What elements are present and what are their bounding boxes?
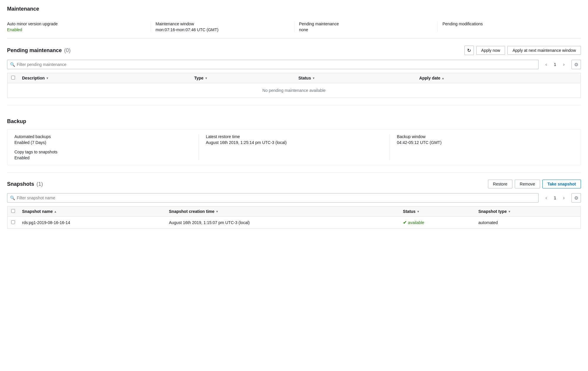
snapshot-name-label: Snapshot name (22, 209, 53, 214)
type-col-label: Type (194, 76, 204, 80)
snapshot-type-sort[interactable]: Snapshot type ▼ (478, 209, 511, 214)
snapshot-type-sort-icon: ▼ (508, 210, 511, 213)
snapshot-col-creation-time[interactable]: Snapshot creation time ▼ (165, 207, 399, 217)
restore-button[interactable]: Restore (488, 180, 512, 188)
apply-date-col-label: Apply date (419, 76, 440, 80)
snapshot-status-sort[interactable]: Status ▼ (403, 209, 420, 214)
snapshots-actions: Restore Remove Take snapshot (488, 180, 581, 188)
pending-modifications-label: Pending modifications (442, 21, 576, 26)
pending-search-input[interactable] (7, 60, 539, 69)
apply-now-button[interactable]: Apply now (476, 46, 505, 55)
backup-window-cell: Backup window 04:42-05:12 UTC (GMT) (389, 134, 581, 160)
snapshot-col-name[interactable]: Snapshot name ▲ (19, 207, 165, 217)
snapshots-count: (1) (36, 181, 43, 187)
pending-search-row: 🔍 ‹ 1 › ⚙ (7, 60, 581, 69)
snapshot-col-type[interactable]: Snapshot type ▼ (475, 207, 580, 217)
snapshots-header-row-table: Snapshot name ▲ Snapshot creation time ▼ (8, 207, 581, 217)
prev-page-button[interactable]: ‹ (542, 60, 550, 69)
pending-maintenance-value: none (299, 27, 433, 32)
snapshot-prev-page-button[interactable]: ‹ (542, 194, 550, 202)
auto-minor-value: Enabled (7, 27, 146, 32)
search-icon: 🔍 (10, 62, 15, 67)
snapshot-name-sort[interactable]: Snapshot name ▲ (22, 209, 57, 214)
snapshot-checkbox-header (8, 207, 19, 217)
snapshot-row-status: ✔ available (399, 216, 475, 228)
maintenance-window-value: mon:07:16-mon:07:46 UTC (GMT) (156, 27, 289, 32)
snapshot-row-name: rds:pg1-2019-08-16-16-14 (19, 216, 165, 228)
auto-minor-label: Auto minor version upgrade (7, 21, 146, 26)
snapshots-section: Snapshots (1) Restore Remove Take snapsh… (7, 173, 581, 229)
check-circle-icon: ✔ (403, 220, 407, 225)
pending-maintenance-cell: Pending maintenance none (294, 21, 438, 32)
backup-window-value: 04:42-05:12 UTC (GMT) (397, 140, 574, 145)
pending-table-wrapper: Description ▼ Type ▼ Sta (7, 73, 581, 98)
refresh-icon: ↻ (467, 48, 471, 53)
snapshot-table-settings-button[interactable]: ⚙ (572, 193, 581, 203)
snapshots-pagination: ‹ 1 › ⚙ (542, 193, 581, 203)
pending-col-apply-date[interactable]: Apply date ▲ (416, 73, 580, 83)
take-snapshot-button[interactable]: Take snapshot (542, 180, 581, 188)
pending-modifications-cell: Pending modifications (437, 21, 581, 32)
pending-empty-row: No pending maintenance available (8, 83, 581, 98)
snapshots-search-container: 🔍 (7, 193, 539, 203)
pending-col-type[interactable]: Type ▼ (191, 73, 295, 83)
snapshot-status-label: Status (403, 209, 416, 214)
remove-button[interactable]: Remove (515, 180, 540, 188)
next-page-button[interactable]: › (560, 60, 568, 69)
status-sort[interactable]: Status ▼ (298, 76, 315, 80)
snapshot-search-icon: 🔍 (10, 196, 15, 200)
snapshot-creation-sort-icon: ▼ (216, 210, 219, 213)
snapshot-creation-time-sort[interactable]: Snapshot creation time ▼ (169, 209, 219, 214)
apply-date-sort-icon: ▲ (442, 77, 444, 80)
pending-maintenance-section: Pending maintenance (0) ↻ Apply now Appl… (7, 39, 581, 98)
apply-date-sort[interactable]: Apply date ▲ (419, 76, 444, 80)
latest-restore-cell: Latest restore time August 16th 2019, 1:… (199, 134, 390, 160)
maintenance-section-title: Maintenance (7, 0, 581, 17)
snapshot-row-checkbox[interactable] (11, 220, 15, 224)
status-sort-icon: ▼ (312, 77, 315, 80)
pending-table-header-row: Description ▼ Type ▼ Sta (8, 73, 581, 83)
pending-actions: ↻ Apply now Apply at next maintenance wi… (464, 46, 581, 55)
pending-pagination: ‹ 1 › ⚙ (542, 60, 581, 69)
table-settings-button[interactable]: ⚙ (572, 60, 581, 69)
pending-search-container: 🔍 (7, 60, 539, 69)
snapshot-row-creation-time: August 16th 2019, 1:15:07 pm UTC-3 (loca… (165, 216, 399, 228)
pending-table: Description ▼ Type ▼ Sta (7, 73, 581, 98)
auto-minor-cell: Auto minor version upgrade Enabled (7, 21, 151, 32)
apply-next-window-button[interactable]: Apply at next maintenance window (507, 46, 581, 55)
description-sort[interactable]: Description ▼ (22, 76, 49, 80)
status-text: available (408, 220, 424, 225)
select-all-checkbox[interactable] (11, 76, 15, 80)
snapshots-header-row: Snapshots (1) Restore Remove Take snapsh… (7, 180, 581, 188)
backup-section: Backup Automated backups Enabled (7 Days… (7, 105, 581, 165)
copy-tags-value: Enabled (14, 155, 191, 160)
pending-header-row: Pending maintenance (0) ↻ Apply now Appl… (7, 46, 581, 55)
pending-maintenance-label: Pending maintenance (299, 21, 433, 26)
copy-tags-label: Copy tags to snapshots (14, 150, 191, 154)
snapshot-type-label: Snapshot type (478, 209, 507, 214)
automated-backups-value: Enabled (7 Days) (14, 140, 191, 145)
automated-backups-label: Automated backups (14, 134, 191, 139)
snapshot-row-checkbox-cell (8, 216, 19, 228)
snapshot-chevron-left-icon: ‹ (545, 195, 547, 201)
refresh-button[interactable]: ↻ (464, 46, 474, 55)
table-row: rds:pg1-2019-08-16-16-14 August 16th 201… (8, 216, 581, 228)
backup-info-grid: Automated backups Enabled (7 Days) Copy … (7, 129, 581, 165)
snapshot-gear-icon: ⚙ (574, 195, 578, 201)
snapshot-col-status[interactable]: Status ▼ (399, 207, 475, 217)
snapshot-chevron-right-icon: › (563, 195, 564, 201)
type-sort[interactable]: Type ▼ (194, 76, 208, 80)
snapshot-page-number: 1 (552, 196, 558, 200)
snapshot-next-page-button[interactable]: › (560, 194, 568, 202)
chevron-right-icon: › (563, 62, 564, 67)
type-sort-icon: ▼ (205, 77, 208, 80)
pending-col-description[interactable]: Description ▼ (19, 73, 191, 83)
description-sort-icon: ▼ (46, 77, 49, 80)
pending-title: Pending maintenance (0) (7, 47, 71, 54)
pending-col-status[interactable]: Status ▼ (295, 73, 416, 83)
maintenance-info-grid: Auto minor version upgrade Enabled Maint… (7, 17, 581, 38)
gear-icon: ⚙ (574, 62, 578, 67)
snapshot-select-all-checkbox[interactable] (11, 209, 15, 213)
snapshot-search-input[interactable] (7, 193, 539, 203)
snapshots-title-area: Snapshots (1) (7, 181, 43, 187)
